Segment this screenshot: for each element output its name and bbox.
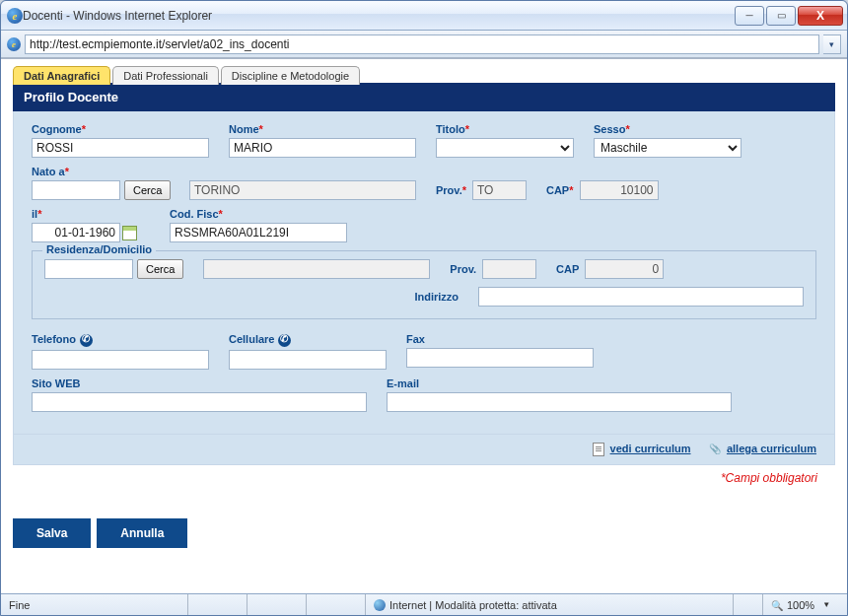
status-left: Fine	[1, 594, 188, 615]
required-note: *Campi obbligatori	[13, 465, 835, 489]
ie-icon	[7, 8, 23, 24]
residenza-fieldset: Residenza/Domicilio Cerca Prov. CAP	[32, 250, 816, 319]
address-bar: http://test.ecmpiemonte.it/servlet/a02_i…	[1, 31, 847, 58]
zoom-control[interactable]: 100% ▼	[763, 594, 847, 615]
email-label: E-mail	[387, 377, 732, 389]
prov-nascita-label: Prov.*	[436, 184, 466, 196]
tab-discipline[interactable]: Discipline e Metodologie	[221, 66, 360, 85]
globe-icon	[374, 599, 386, 611]
natoa-city	[189, 180, 416, 200]
mobile-icon	[278, 334, 291, 347]
titolo-select[interactable]	[436, 138, 574, 158]
il-input[interactable]	[32, 223, 120, 242]
close-button[interactable]: X	[798, 6, 843, 26]
action-buttons: Salva Annulla	[13, 518, 835, 548]
residenza-legend: Residenza/Domicilio	[42, 243, 156, 255]
cognome-input[interactable]	[32, 138, 209, 158]
res-prov-input	[482, 259, 536, 279]
status-cell-3	[307, 594, 366, 615]
maximize-button[interactable]: ▭	[766, 6, 796, 26]
sesso-select[interactable]: Maschile	[594, 138, 742, 158]
allega-curriculum-link[interactable]: allega curriculum	[727, 443, 816, 454]
vedi-curriculum-link[interactable]: vedi curriculum	[610, 443, 691, 454]
cellulare-input[interactable]	[229, 350, 387, 370]
panel-body: Cognome* Nome* Titolo* Sesso* Maschile	[13, 111, 835, 435]
status-cell-1	[188, 594, 247, 615]
cap-nascita-label: CAP*	[546, 184, 574, 196]
status-cell-2	[247, 594, 307, 615]
panel-title: Profilo Docente	[13, 83, 835, 111]
natoa-label: Nato a*	[32, 166, 170, 177]
natoa-input[interactable]	[32, 180, 120, 200]
titolo-label: Titolo*	[436, 123, 574, 135]
app-window: Docenti - Windows Internet Explorer ─ ▭ …	[0, 0, 848, 616]
fax-input[interactable]	[406, 348, 594, 368]
statusbar: Fine Internet | Modalità protetta: attiv…	[1, 593, 847, 615]
window-title: Docenti - Windows Internet Explorer	[23, 9, 735, 23]
curriculum-links: vedi curriculum allega curriculum	[13, 435, 835, 465]
page-scroll[interactable]: Dati Anagrafici Dati Professionali Disci…	[1, 59, 847, 593]
tab-strip: Dati Anagrafici Dati Professionali Disci…	[13, 65, 835, 84]
nome-label: Nome*	[229, 123, 416, 135]
titlebar: Docenti - Windows Internet Explorer ─ ▭ …	[1, 1, 847, 31]
cancel-button[interactable]: Annulla	[97, 518, 187, 548]
tab-anagrafici[interactable]: Dati Anagrafici	[13, 66, 110, 85]
tab-professionali[interactable]: Dati Professionali	[112, 66, 219, 85]
res-cap-input	[585, 259, 664, 279]
indirizzo-label: Indirizzo	[414, 291, 459, 303]
indirizzo-input[interactable]	[478, 287, 804, 307]
telefono-input[interactable]	[32, 350, 209, 370]
res-city	[203, 259, 430, 279]
phone-icon	[80, 334, 93, 347]
page-icon	[7, 37, 21, 51]
document-icon	[593, 443, 604, 456]
cap-nascita-input	[580, 180, 659, 200]
magnifier-icon	[771, 599, 783, 611]
cognome-label: Cognome*	[32, 123, 209, 135]
telefono-label: Telefono	[32, 333, 209, 347]
fax-label: Fax	[406, 333, 594, 345]
res-cerca-button[interactable]: Cerca	[137, 259, 183, 279]
nome-input[interactable]	[229, 138, 416, 158]
sitoweb-input[interactable]	[32, 392, 367, 412]
prov-nascita-input	[472, 180, 527, 200]
clip-icon	[709, 443, 724, 454]
email-input[interactable]	[387, 392, 732, 412]
chevron-down-icon: ▼	[822, 600, 830, 609]
res-cap-label: CAP	[556, 263, 579, 275]
url-field[interactable]: http://test.ecmpiemonte.it/servlet/a02_i…	[25, 34, 819, 54]
url-text: http://test.ecmpiemonte.it/servlet/a02_i…	[30, 37, 814, 51]
codfisc-label: Cod. Fisc*	[170, 208, 347, 220]
minimize-button[interactable]: ─	[735, 6, 764, 26]
calendar-icon[interactable]	[122, 226, 137, 240]
il-label: il*	[32, 208, 150, 220]
status-zone: Internet | Modalità protetta: attivata	[366, 594, 734, 615]
url-dropdown[interactable]: ▾	[823, 34, 841, 54]
save-button[interactable]: Salva	[13, 518, 91, 548]
natoa-cerca-button[interactable]: Cerca	[124, 180, 171, 200]
status-cell-4	[734, 594, 763, 615]
window-buttons: ─ ▭ X	[735, 6, 843, 26]
res-prov-label: Prov.	[450, 263, 476, 275]
sesso-label: Sesso*	[594, 123, 742, 135]
res-input[interactable]	[44, 259, 133, 279]
content-area: Dati Anagrafici Dati Professionali Disci…	[1, 58, 847, 593]
codfisc-input[interactable]	[170, 223, 347, 242]
cellulare-label: Cellulare	[229, 333, 387, 347]
sitoweb-label: Sito WEB	[32, 377, 367, 389]
